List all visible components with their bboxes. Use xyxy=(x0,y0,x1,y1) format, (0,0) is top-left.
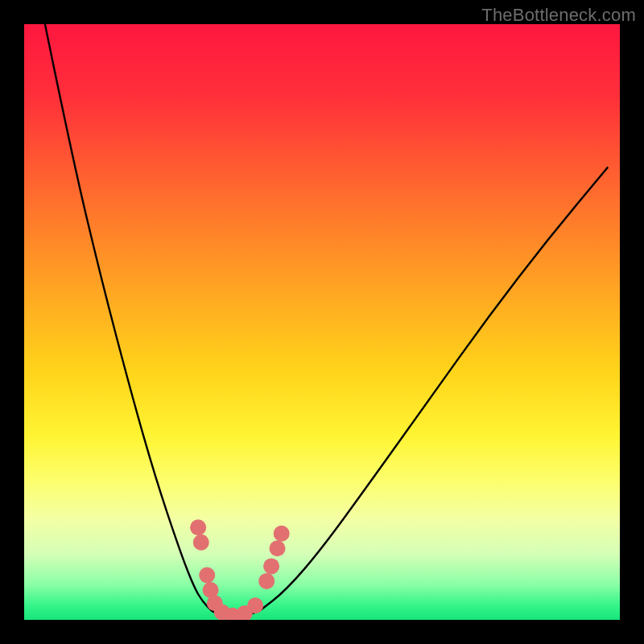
curve-marker xyxy=(199,568,215,584)
curve-marker xyxy=(193,535,209,551)
curve-marker xyxy=(190,519,206,535)
curve-marker xyxy=(270,540,286,556)
curve-marker xyxy=(274,526,290,542)
bottleneck-curve xyxy=(24,24,620,620)
curve-marker xyxy=(247,597,263,613)
watermark-text: TheBottleneck.com xyxy=(481,5,636,26)
plot-area xyxy=(24,24,620,620)
v-curve-line xyxy=(45,24,608,617)
curve-marker xyxy=(263,558,279,574)
chart-frame: TheBottleneck.com xyxy=(0,0,644,644)
curve-marker xyxy=(258,573,275,589)
